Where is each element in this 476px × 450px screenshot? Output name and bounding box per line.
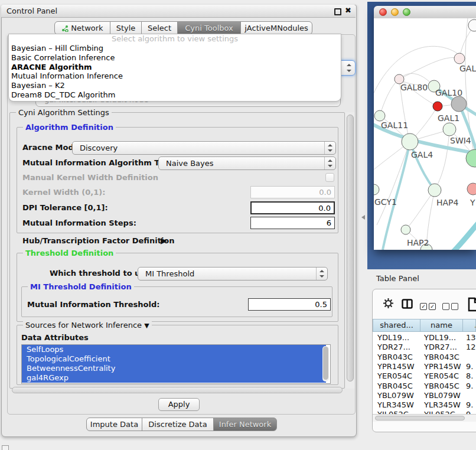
tab-select[interactable]: Select — [141, 21, 178, 35]
sources-title: Sources for Network Inference ▼ — [23, 321, 152, 330]
manual-kernel-width-checkbox[interactable] — [325, 173, 334, 182]
network-node[interactable] — [468, 19, 476, 31]
table-hscrollbar-track[interactable] — [373, 414, 476, 422]
table-row[interactable]: YDR27...YDR27...12 — [373, 343, 476, 352]
checked-checkbox-icon[interactable]: ✓ — [420, 303, 427, 310]
mi-steps-label: Mutual Information Steps: — [22, 219, 136, 227]
network-node[interactable] — [454, 53, 465, 64]
mi-threshold-value: 0.5 — [315, 300, 327, 309]
tab-jactivemnodules[interactable]: jActiveMNodules — [240, 21, 312, 35]
network-node-gal11[interactable] — [374, 110, 385, 121]
network-nodes[interactable] — [374, 19, 476, 250]
table-row[interactable]: YDL19...YDL19...13 — [373, 333, 476, 343]
table-row[interactable]: YBR043CYBR043C — [373, 353, 476, 362]
cell: 9. — [466, 381, 476, 391]
dropdown-item[interactable]: Dream8 DC_TDC Algorithm — [9, 90, 341, 100]
collapse-down-icon[interactable]: ▼ — [144, 322, 149, 330]
tab-impute-data[interactable]: Impute Data — [86, 418, 142, 431]
document-icon[interactable] — [467, 296, 476, 314]
cell: 12 — [466, 343, 476, 352]
network-node-swi4[interactable] — [443, 123, 456, 136]
node-label: Y — [470, 198, 475, 207]
table-row[interactable]: YBL079WYBL079W — [373, 391, 476, 400]
which-threshold-combobox[interactable]: MI Threshold — [138, 267, 328, 281]
network-node-gal1-selected[interactable] — [433, 102, 442, 111]
tab-infer-network[interactable]: Infer Network — [213, 418, 277, 431]
column-header-shared-name[interactable]: shared... — [373, 319, 420, 332]
gear-icon[interactable] — [383, 298, 394, 311]
dropdown-item[interactable]: Bayesian – K2 — [9, 81, 341, 90]
node-label: SWI4 — [450, 136, 471, 145]
table-row[interactable]: YIL052CYIL052C9 — [373, 410, 476, 414]
settings-hscrollbar-thumb[interactable] — [12, 387, 343, 393]
table-hscrollbar-thumb[interactable] — [375, 416, 465, 420]
unchecked-checkbox-icon[interactable] — [442, 303, 449, 310]
column-header-clipped[interactable]: A — [462, 319, 476, 332]
network-node[interactable] — [451, 96, 467, 112]
expand-right-icon[interactable]: ▶ — [161, 236, 167, 245]
table-row[interactable]: YLR345WYLR345W9. — [373, 400, 476, 410]
splitter-collapse-arrow-icon[interactable] — [361, 215, 365, 220]
network-node-gcy1[interactable] — [374, 184, 379, 195]
network-node-hap2[interactable] — [401, 225, 410, 234]
column-header-name[interactable]: name — [420, 319, 463, 332]
dpi-tolerance-field[interactable]: 0.0 — [250, 201, 335, 214]
cell: YLR345W — [377, 400, 420, 410]
table-row[interactable]: YPR145WYPR145W9. — [373, 362, 476, 371]
tab-cyni-toolbox[interactable]: Cyni Toolbox — [177, 21, 241, 35]
float-window-icon[interactable] — [334, 8, 341, 15]
table-rows: YDL19...YDL19...13 YDR27...YDR27...12 YB… — [373, 332, 476, 414]
checked-checkbox-icon[interactable]: ✓ — [429, 303, 436, 310]
node-label: HAP2 — [407, 238, 429, 247]
cell: YDL19... — [424, 333, 464, 343]
dropdown-item[interactable]: Bayesian – Hill Climbing — [9, 44, 341, 53]
cell: YBR045C — [424, 381, 464, 391]
tab-style[interactable]: Style — [110, 21, 142, 35]
zoom-traffic-light-icon[interactable] — [403, 8, 410, 16]
cell: YDR27... — [377, 343, 420, 352]
list-item[interactable]: gal4RGexp — [22, 373, 326, 383]
mi-algorithm-type-combobox[interactable]: Naive Bayes — [158, 156, 336, 170]
close-icon[interactable]: ✖ — [345, 6, 351, 15]
dropdown-item-aracne[interactable]: ARACNE Algorithm — [9, 63, 341, 72]
hub-transcription-factor-label[interactable]: Hub/Transcription Factor Definition — [22, 236, 175, 245]
columns-icon[interactable] — [402, 299, 413, 311]
network-node-gal4[interactable] — [402, 133, 418, 150]
settings-scrollbar-thumb[interactable] — [347, 115, 354, 381]
tab-select-label: Select — [148, 24, 171, 32]
combo-down-arrow-icon — [319, 275, 324, 278]
close-traffic-light-icon[interactable] — [379, 8, 387, 16]
table-row[interactable]: YER054CYER054C8. — [373, 371, 476, 381]
list-scrollbar-track[interactable] — [322, 346, 329, 381]
unchecked-checkbox-icon[interactable] — [451, 303, 458, 310]
minimize-traffic-light-icon[interactable] — [391, 8, 399, 16]
sources-title-text: Sources for Network Inference — [25, 321, 142, 330]
network-canvas[interactable]: GAL GAL80 GAL10 GAL1 SWI4 GAL11 GAL4 HAP… — [374, 18, 476, 250]
mi-threshold-field[interactable]: 0.5 — [248, 298, 331, 311]
table-row[interactable]: YBR045CYBR045C9. — [373, 381, 476, 391]
network-window-titlebar[interactable] — [374, 6, 476, 19]
dropdown-item[interactable]: Basic Correlation Inference — [9, 53, 341, 63]
list-scrollbar-thumb[interactable] — [323, 347, 328, 380]
combo-up-arrow-icon — [328, 144, 332, 146]
kernel-width-label: Kernel Width (0,1): — [22, 188, 105, 197]
cell: 13 — [466, 333, 476, 343]
aracne-mode-combobox[interactable]: Discovery — [72, 141, 336, 155]
network-view-window: GAL GAL80 GAL10 GAL1 SWI4 GAL11 GAL4 HAP… — [374, 6, 476, 250]
network-node[interactable] — [467, 183, 476, 195]
combo-down-arrow-icon — [347, 70, 351, 72]
network-node-hap4[interactable] — [428, 184, 441, 197]
dpi-tolerance-label: DPI Tolerance [0,1]: — [22, 203, 108, 212]
list-item[interactable]: SelfLoops — [22, 345, 326, 354]
tab-discretize-data[interactable]: Discretize Data — [142, 418, 214, 431]
node-label: GAL4 — [411, 150, 433, 159]
algorithm-definition-title: Algorithm Definition — [23, 123, 116, 132]
kernel-width-value: 0.0 — [319, 188, 331, 197]
mi-steps-field[interactable]: 6 — [250, 217, 335, 229]
tab-network[interactable]: Network — [54, 21, 110, 35]
list-item[interactable]: TopologicalCoefficient — [22, 354, 326, 364]
apply-button[interactable]: Apply — [158, 398, 200, 411]
kernel-width-field[interactable]: 0.0 — [250, 186, 335, 198]
list-item[interactable]: BetweennessCentrality — [22, 364, 326, 373]
dropdown-item[interactable]: Mutual Information Inference — [9, 71, 341, 81]
